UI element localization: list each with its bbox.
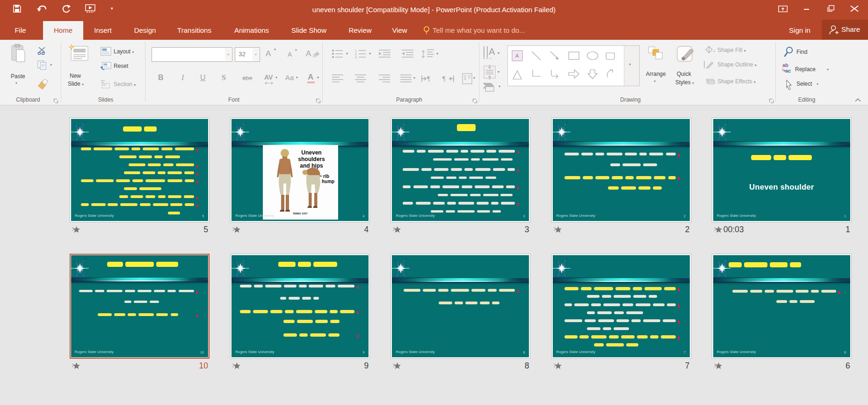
svg-text:3: 3 (355, 56, 357, 59)
svg-text:RMMG 2007: RMMG 2007 (293, 212, 308, 215)
svg-text:shoulders: shoulders (298, 156, 326, 162)
svg-text:A: A (489, 46, 495, 57)
svg-text:¶: ¶ (427, 75, 430, 82)
svg-text:hump: hump (322, 179, 334, 184)
svg-text:ab: ab (782, 62, 788, 68)
svg-text:2: 2 (355, 52, 357, 56)
svg-text:A: A (515, 53, 519, 59)
svg-text:rib: rib (323, 174, 329, 179)
svg-text:¶: ¶ (442, 75, 446, 82)
svg-text:Uneven: Uneven (302, 149, 322, 156)
svg-text:ac: ac (785, 68, 791, 74)
